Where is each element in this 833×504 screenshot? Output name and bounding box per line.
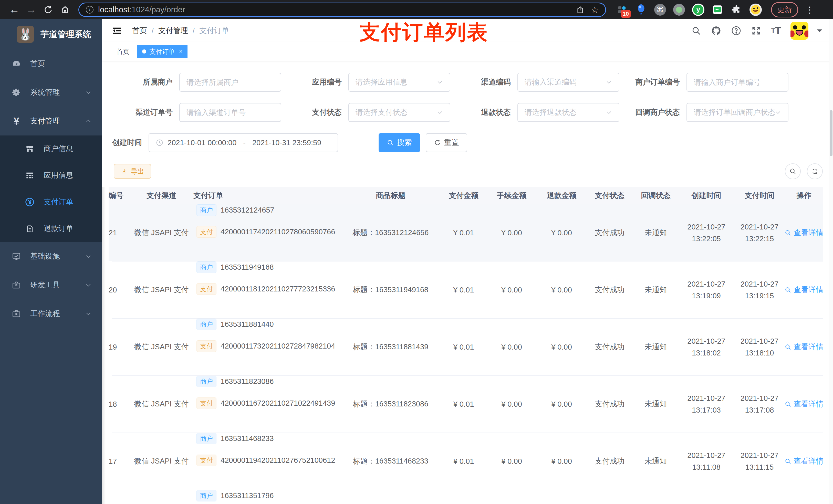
cell-pay-order: 商户 1635311823086 支付 42000011672021102710… — [193, 376, 341, 433]
sidebar-item-refund-order[interactable]: 退款订单 — [0, 215, 102, 242]
view-details-link[interactable]: 查看详情 — [785, 399, 823, 409]
browser-reload-button[interactable] — [41, 3, 55, 17]
search-icon[interactable] — [691, 25, 702, 37]
breadcrumb-payment[interactable]: 支付管理 — [158, 26, 188, 36]
user-avatar[interactable] — [790, 22, 808, 40]
monitor-icon — [11, 252, 22, 261]
sidebar-item-label: 系统管理 — [30, 87, 76, 98]
cell-title: 标题：1635311468233 — [341, 433, 441, 490]
column-header: 商品标题 — [341, 187, 441, 205]
view-details-link[interactable]: 查看详情 — [785, 342, 823, 352]
sidebar-item-system[interactable]: 系统管理 — [0, 78, 102, 107]
sidebar-item-pay-order[interactable]: 支付订单 — [0, 189, 102, 215]
browser-home-button[interactable] — [58, 3, 72, 17]
date-start[interactable]: 2021-10-01 00:00:00 — [168, 139, 236, 147]
cell-create-time: 2021-10-2713:17:03 — [679, 376, 734, 433]
app-title: 芋道管理系统 — [41, 29, 91, 40]
channel-code-select[interactable]: 请输入渠道编码 — [518, 73, 619, 92]
refresh-table-button[interactable] — [807, 163, 823, 179]
date-end[interactable]: 2021-10-31 23:59:59 — [252, 139, 321, 147]
browser-menu-icon[interactable]: ⋮ — [805, 5, 814, 15]
close-tag-icon[interactable]: × — [179, 48, 183, 55]
browser-back-button[interactable]: ← — [7, 3, 22, 17]
merchant-input[interactable] — [179, 73, 281, 92]
column-header: 支付时间 — [734, 187, 785, 205]
merchant-tag: 商户 — [196, 205, 216, 216]
sidebar-item-payment[interactable]: ¥ 支付管理 — [0, 107, 102, 136]
dashboard-icon — [11, 59, 22, 68]
github-icon[interactable] — [711, 25, 722, 37]
column-header: 支付订单 — [193, 187, 341, 205]
filter-label: 退款状态 — [450, 107, 518, 118]
sidebar-item-label: 首页 — [30, 58, 92, 69]
channel-order-no-input[interactable] — [179, 103, 281, 122]
breadcrumb-home[interactable]: 首页 — [132, 26, 147, 36]
chevron-down-icon — [85, 282, 92, 288]
active-dot — [142, 49, 146, 53]
app-select[interactable]: 请选择应用信息 — [348, 73, 450, 92]
cell-refund: ¥ 0.00 — [537, 262, 587, 318]
ext-emoji-avatar[interactable] — [749, 4, 762, 16]
ext-chat-icon[interactable] — [712, 4, 723, 16]
site-info-icon[interactable]: i — [86, 6, 94, 14]
export-button[interactable]: 导出 — [114, 164, 151, 179]
cell-refund: ¥ 0.00 — [537, 205, 587, 261]
merchant-order-no-input[interactable] — [687, 73, 788, 92]
cell-create-time: 2021-10-2713:22:05 — [679, 205, 734, 261]
ext-badge: 10 — [621, 10, 630, 18]
ext-grid-icon[interactable]: 10 — [616, 4, 628, 16]
ext-command-icon[interactable]: ⌘ — [654, 4, 666, 16]
view-details-link[interactable]: 查看详情 — [785, 228, 823, 238]
sidebar-item-home[interactable]: 首页 — [0, 49, 102, 78]
sidebar-item-merchant-info[interactable]: 商户信息 — [0, 136, 102, 162]
table-row[interactable]: 20 微信 JSAPI 支付 商户 1635311949168 支付 42000… — [112, 262, 823, 318]
reset-button[interactable]: 重置 — [426, 133, 467, 152]
tag-home[interactable]: 首页 — [112, 45, 134, 58]
app-logo-row[interactable]: 🐰 芋道管理系统 — [0, 19, 102, 49]
table-row[interactable]: 商户 1635311351796 支付 查看详情 — [112, 490, 823, 504]
table-row[interactable]: 21 微信 JSAPI 支付 商户 1635312124657 支付 42000… — [112, 205, 823, 262]
chevron-down-icon — [85, 310, 92, 317]
cell-notify-status: 未通知 — [633, 318, 679, 376]
ext-balloon-icon[interactable] — [635, 4, 647, 16]
pay-status-select[interactable]: 请选择支付状态 — [348, 103, 450, 122]
notify-status-select[interactable]: 请选择订单回调商户状态 — [687, 103, 788, 122]
address-bar[interactable]: i localhost:1024/pay/order ☆ — [78, 3, 606, 17]
fullscreen-icon[interactable] — [751, 25, 762, 37]
cell-pay-status: 支付成功 — [587, 376, 633, 433]
sidebar-item-app-info[interactable]: 应用信息 — [0, 162, 102, 189]
chevron-down-icon — [436, 79, 443, 86]
filter-label: 回调商户状态 — [619, 107, 687, 118]
sidebar-fold-icon[interactable] — [112, 25, 122, 36]
search-button[interactable]: 搜索 — [379, 133, 420, 152]
sidebar-item-infra[interactable]: 基础设施 — [0, 242, 102, 271]
ext-dot-icon[interactable] — [673, 4, 685, 16]
cell-fee: ¥ 0.00 — [487, 262, 537, 318]
browser-update-button[interactable]: 更新 — [771, 2, 798, 18]
tag-pay-order[interactable]: 支付订单 × — [137, 45, 188, 58]
table-row[interactable]: 17 微信 JSAPI 支付 商户 1635311468233 支付 42000… — [112, 433, 823, 490]
font-size-icon[interactable]: TT — [770, 25, 782, 37]
bookmark-star-icon[interactable]: ☆ — [591, 5, 599, 15]
toggle-search-button[interactable] — [785, 163, 801, 179]
avatar-caret-icon[interactable] — [817, 29, 822, 34]
app-logo: 🐰 — [17, 26, 34, 43]
table-row[interactable]: 18 微信 JSAPI 支付 商户 1635311823086 支付 42000… — [112, 376, 823, 433]
cell-fee: ¥ 0.00 — [487, 433, 537, 490]
table-row[interactable]: 19 微信 JSAPI 支付 商户 1635311881440 支付 42000… — [112, 318, 823, 376]
ext-puzzle-icon[interactable] — [731, 4, 742, 16]
sidebar-item-workflow[interactable]: 工作流程 — [0, 299, 102, 328]
ext-y-icon[interactable]: y — [692, 4, 705, 16]
cell-title: 标题：1635311949168 — [341, 262, 441, 318]
briefcase-icon — [11, 309, 22, 318]
view-details-link[interactable]: 查看详情 — [785, 456, 823, 466]
date-range-picker[interactable]: 2021-10-01 00:00:00 - 2021-10-31 23:59:5… — [148, 133, 338, 152]
refund-status-select[interactable]: 请选择退款状态 — [518, 103, 619, 122]
share-icon[interactable] — [576, 6, 584, 14]
browser-forward-button[interactable]: → — [24, 3, 39, 17]
view-details-link[interactable]: 查看详情 — [785, 285, 823, 295]
help-icon[interactable] — [731, 25, 742, 37]
sidebar-item-devtools[interactable]: 研发工具 — [0, 271, 102, 299]
page-scrollbar[interactable] — [829, 19, 833, 504]
cell-pay-channel: 微信 JSAPI 支付 — [129, 318, 193, 376]
